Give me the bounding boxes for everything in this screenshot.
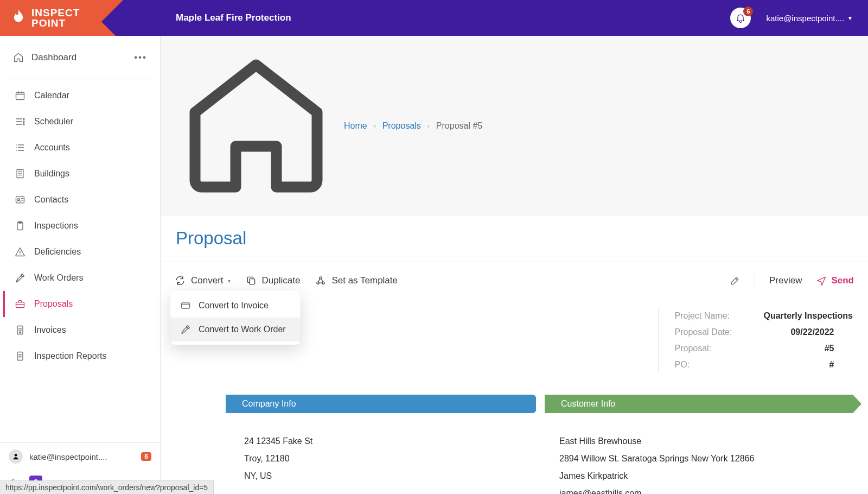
sidebar-item-label: Inspections (34, 221, 78, 231)
brand-line1: INSPECT (31, 8, 80, 18)
notifications-button[interactable]: 6 (730, 8, 751, 28)
toolbar: Convert ▾ Duplicate Set as Template Prev… (161, 262, 868, 300)
home-icon (13, 52, 24, 63)
sidebar-dashboard[interactable]: Dashboard ••• (8, 45, 152, 71)
company-info: 24 12345 Fake StTroy, 12180NY, US (244, 433, 538, 494)
sidebar-user[interactable]: katie@inspectpoint.... 6 (0, 442, 160, 470)
briefcase-icon (15, 299, 25, 309)
scheduler-icon (15, 116, 25, 127)
customer-info-band: Customer Info (545, 395, 853, 413)
sidebar-item-label: Inspection Reports (34, 351, 106, 361)
calendar-icon (15, 90, 25, 101)
clipboard-icon (15, 220, 25, 231)
convert-button[interactable]: Convert ▾ (175, 275, 231, 286)
sidebar-item-label: Buildings (34, 169, 69, 179)
sidebar-item-label: Work Orders (34, 273, 83, 283)
alert-icon (15, 246, 25, 257)
breadcrumb-home-icon[interactable] (175, 45, 337, 207)
contact-icon (15, 194, 25, 205)
sidebar-item-scheduler[interactable]: Scheduler (3, 109, 157, 135)
company-info-line: Troy, 12180 (244, 450, 538, 467)
user-menu[interactable]: katie@inspectpoint.... ▼ (766, 14, 853, 23)
company-info-line: 24 12345 Fake St (244, 433, 538, 450)
avatar-icon (9, 449, 23, 464)
more-icon[interactable]: ••• (134, 52, 147, 63)
sidebar: Dashboard ••• CalendarSchedulerAccountsB… (0, 36, 161, 494)
preview-button[interactable]: Preview (769, 275, 802, 286)
send-button[interactable]: Send (816, 275, 854, 286)
send-icon (816, 275, 827, 286)
info-columns: 24 12345 Fake StTroy, 12180NY, US East H… (226, 422, 853, 494)
customer-info-line: East Hills Brewhouse (559, 433, 853, 450)
sidebar-item-work-orders[interactable]: Work Orders (3, 265, 157, 291)
convert-to-work-order[interactable]: Convert to Work Order (170, 318, 301, 341)
invoice-icon (15, 325, 25, 335)
chevron-down-icon: ▾ (228, 278, 231, 284)
sidebar-item-label: Proposals (34, 299, 73, 309)
sidebar-item-label: Deficiencies (34, 247, 81, 257)
sidebar-item-label: Contacts (34, 195, 68, 205)
caret-down-icon: ▼ (847, 15, 853, 21)
breadcrumb-section[interactable]: Proposals (382, 121, 421, 131)
list-icon (15, 142, 25, 153)
sidebar-item-inspection-reports[interactable]: Inspection Reports (3, 343, 157, 369)
sidebar-item-contacts[interactable]: Contacts (3, 187, 157, 213)
template-icon (315, 275, 326, 286)
card-icon (180, 300, 191, 311)
customer-info-line: james@easthills.com (559, 485, 853, 494)
tools-icon (180, 324, 191, 335)
company-info-line: NY, US (244, 467, 538, 485)
convert-dropdown: Convert to Invoice Convert to Work Order (170, 290, 301, 345)
copy-icon (246, 275, 257, 286)
breadcrumb-current: Proposal #5 (436, 121, 482, 131)
company-info-band: Company Info (226, 395, 534, 413)
main: Home › Proposals › Proposal #5 Proposal … (161, 36, 868, 494)
flame-icon (11, 9, 26, 27)
refresh-icon (175, 275, 186, 286)
sidebar-item-deficiencies[interactable]: Deficiencies (3, 239, 157, 265)
sidebar-user-badge: 6 (141, 452, 151, 461)
tools-icon (15, 273, 25, 283)
report-icon (15, 351, 25, 362)
breadcrumb-home[interactable]: Home (344, 121, 367, 131)
info-bands: Company Info Customer Info (226, 395, 853, 413)
sidebar-item-accounts[interactable]: Accounts (3, 135, 157, 161)
sidebar-item-label: Calendar (34, 91, 69, 100)
edit-button[interactable] (730, 275, 741, 286)
sidebar-item-proposals[interactable]: Proposals (3, 291, 157, 317)
convert-to-invoice[interactable]: Convert to Invoice (170, 294, 301, 318)
sidebar-item-buildings[interactable]: Buildings (3, 161, 157, 187)
sidebar-item-invoices[interactable]: Invoices (3, 317, 157, 343)
building-icon (15, 168, 25, 179)
duplicate-button[interactable]: Duplicate (246, 275, 301, 286)
sidebar-item-inspections[interactable]: Inspections (3, 213, 157, 239)
sidebar-item-label: Accounts (34, 143, 70, 153)
proposal-meta: Project Name:Quarterly Inspections Propo… (226, 300, 853, 395)
sidebar-nav: CalendarSchedulerAccountsBuildingsContac… (0, 83, 160, 442)
sidebar-item-calendar[interactable]: Calendar (3, 83, 157, 109)
sidebar-item-label: Scheduler (34, 117, 73, 126)
brand-logo[interactable]: INSPECT POINT (0, 0, 161, 36)
status-bar-url: https://pp.inspectpoint.com/work_orders/… (0, 480, 214, 494)
customer-info: East Hills Brewhouse2894 Willow St. Sara… (559, 433, 853, 494)
notif-count-badge: 6 (743, 7, 753, 16)
page-title: Proposal (161, 216, 868, 262)
sidebar-user-label: katie@inspectpoint.... (29, 452, 107, 461)
company-name: Maple Leaf Fire Protection (176, 12, 291, 23)
breadcrumb: Home › Proposals › Proposal #5 (161, 36, 868, 216)
user-email: katie@inspectpoint.... (766, 14, 844, 23)
brand-line2: POINT (31, 18, 80, 28)
sidebar-dashboard-label: Dashboard (31, 52, 76, 63)
set-template-button[interactable]: Set as Template (315, 275, 398, 286)
customer-info-line: 2894 Willow St. Saratoga Springs New Yor… (559, 450, 853, 467)
customer-info-line: James Kirkpatrick (559, 467, 853, 485)
sidebar-item-label: Invoices (34, 325, 66, 335)
